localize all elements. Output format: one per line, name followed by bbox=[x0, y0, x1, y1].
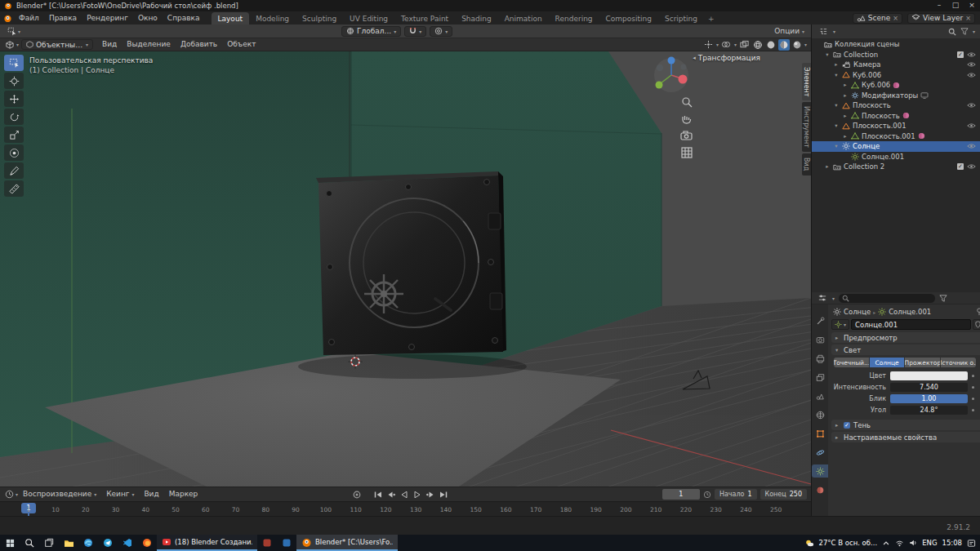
keyframe-dot[interactable] bbox=[972, 375, 974, 377]
keyframe-dot[interactable] bbox=[972, 386, 974, 389]
clock[interactable]: 15:08 bbox=[942, 539, 963, 547]
output-tab[interactable] bbox=[812, 352, 828, 365]
task-view-icon[interactable] bbox=[39, 535, 59, 551]
topbar-menu-item[interactable]: Правка bbox=[44, 12, 82, 24]
outliner-row[interactable]: Солнце.001 bbox=[812, 152, 980, 162]
volume-icon[interactable] bbox=[909, 539, 917, 547]
language-indicator[interactable]: ENG bbox=[922, 539, 937, 547]
outliner-row[interactable]: ▾Плоскость bbox=[812, 100, 980, 111]
n-panel-tab[interactable]: Элемент bbox=[802, 63, 811, 100]
app-blue-window-button[interactable] bbox=[277, 535, 296, 551]
collection-checkbox[interactable]: ✓ bbox=[957, 51, 964, 58]
outliner-row[interactable]: ▾Collection✓ bbox=[812, 50, 980, 60]
shadow-checkbox[interactable]: ✓ bbox=[844, 422, 850, 429]
close-button[interactable]: × bbox=[964, 0, 980, 11]
n-panel-tab[interactable]: Вид bbox=[802, 153, 811, 175]
timeline-editor-icon[interactable] bbox=[3, 489, 16, 500]
viewport-menu-item[interactable]: Объект bbox=[222, 38, 261, 51]
color-swatch[interactable] bbox=[890, 371, 968, 380]
shading-wireframe-icon[interactable] bbox=[752, 39, 764, 51]
data-name-field[interactable]: Солнце.001 bbox=[851, 319, 971, 330]
next-keyframe-button[interactable] bbox=[424, 489, 436, 500]
weather-icon[interactable] bbox=[804, 539, 814, 548]
move-tool[interactable] bbox=[4, 91, 24, 107]
outliner-row[interactable]: Коллекция сцены bbox=[812, 39, 980, 50]
edge-icon[interactable] bbox=[78, 535, 98, 551]
transform-orientation-dropdown[interactable]: Глобал... ▾ bbox=[341, 26, 401, 37]
overlays-toggle-icon[interactable] bbox=[720, 39, 733, 51]
options-dropdown[interactable]: Опции ▾ bbox=[774, 27, 804, 35]
topbar-menu-item[interactable]: Окно bbox=[133, 12, 163, 24]
eye-icon[interactable] bbox=[967, 61, 976, 68]
disclosure-triangle[interactable]: ▾ bbox=[833, 72, 840, 78]
tray-chevron-up-icon[interactable] bbox=[882, 540, 890, 547]
custom-props-panel-header[interactable]: ▸Настраиваемые свойства bbox=[831, 432, 980, 442]
timeline-menu-item[interactable]: Воспроизведение ▾ bbox=[18, 488, 101, 500]
scene-unlink-icon[interactable]: × bbox=[893, 15, 898, 22]
data-tab[interactable] bbox=[812, 464, 828, 478]
workspace-tab[interactable]: Rendering bbox=[549, 12, 599, 24]
transform-tool[interactable] bbox=[4, 144, 24, 161]
outliner-row[interactable]: ▸Модификаторы bbox=[812, 91, 980, 101]
timeline-menu-item[interactable]: Вид bbox=[139, 488, 163, 500]
workspace-tab[interactable]: Texture Paint bbox=[394, 12, 455, 24]
number-field[interactable]: 24.8° bbox=[890, 406, 968, 415]
outliner-row[interactable]: ▾Солнце bbox=[812, 141, 980, 152]
rotate-tool[interactable] bbox=[4, 109, 24, 125]
disclosure-triangle[interactable]: ▾ bbox=[833, 143, 840, 149]
scene-tab[interactable] bbox=[812, 389, 828, 402]
topbar-menu-item[interactable]: Справка bbox=[163, 12, 205, 24]
workspace-tab[interactable]: Compositing bbox=[599, 12, 658, 24]
n-panel-tab[interactable]: Инструмент bbox=[802, 102, 811, 152]
viewport-menu-item[interactable]: Добавить bbox=[176, 38, 222, 51]
number-field[interactable]: 7.540 bbox=[890, 383, 968, 392]
snap-dropdown[interactable]: ▾ bbox=[404, 26, 426, 37]
blender-menu-icon[interactable] bbox=[3, 14, 12, 23]
data-type-dropdown[interactable]: ▾ bbox=[831, 319, 849, 330]
outliner-filter-icon[interactable] bbox=[960, 28, 969, 35]
eye-icon[interactable] bbox=[967, 72, 976, 78]
browser-window-button[interactable]: (18) Blender Создани... bbox=[157, 535, 257, 551]
gizmo-y-axis[interactable] bbox=[656, 82, 663, 89]
object-tab[interactable] bbox=[812, 427, 828, 440]
jump-to-end-button[interactable] bbox=[437, 489, 449, 500]
outliner-search-icon[interactable] bbox=[948, 28, 956, 36]
physics-tab[interactable] bbox=[812, 446, 828, 459]
outliner-row[interactable]: ▾Куб.006 bbox=[812, 70, 980, 81]
outliner-row[interactable]: ▾Плоскость.001 bbox=[812, 121, 980, 131]
timeline-menu-item[interactable]: Кеинг ▾ bbox=[101, 488, 139, 500]
eye-icon[interactable] bbox=[967, 143, 976, 149]
maximize-button[interactable]: □ bbox=[947, 0, 964, 11]
vscode-icon[interactable] bbox=[118, 535, 137, 551]
jump-to-start-button[interactable] bbox=[372, 489, 384, 500]
safe-object[interactable] bbox=[298, 171, 527, 379]
scale-tool[interactable] bbox=[4, 127, 24, 143]
active-tool-icon[interactable] bbox=[6, 25, 18, 37]
cursor-tool[interactable] bbox=[4, 73, 24, 89]
fake-user-button[interactable] bbox=[973, 319, 980, 330]
light-type-button[interactable]: Солнце bbox=[870, 358, 905, 367]
breadcrumb-object[interactable]: Солнце bbox=[844, 308, 871, 316]
properties-filter-icon[interactable] bbox=[939, 295, 947, 302]
measure-tool[interactable] bbox=[4, 180, 24, 197]
view-layer-selector[interactable]: View Layer × bbox=[907, 13, 975, 24]
disclosure-triangle[interactable]: ▾ bbox=[833, 102, 840, 109]
material-tab[interactable] bbox=[812, 483, 828, 496]
outliner-row[interactable]: ▸Камера bbox=[812, 60, 980, 70]
shading-material-icon[interactable] bbox=[778, 39, 790, 51]
workspace-tab[interactable]: UV Editing bbox=[343, 12, 394, 24]
disclosure-triangle[interactable]: ▾ bbox=[824, 51, 831, 58]
eye-icon[interactable] bbox=[967, 102, 976, 109]
app-red-window-button[interactable] bbox=[257, 535, 277, 551]
disclosure-triangle[interactable]: ▸ bbox=[842, 82, 849, 88]
n-panel-collapsed[interactable]: ◂ Трансформация bbox=[693, 54, 760, 62]
workspace-tab[interactable]: Layout bbox=[212, 12, 250, 24]
light-panel-header[interactable]: ▾Свет bbox=[831, 344, 980, 355]
prev-keyframe-button[interactable] bbox=[385, 489, 397, 500]
workspace-tab[interactable]: Shading bbox=[455, 12, 498, 24]
annotate-tool[interactable] bbox=[4, 162, 24, 179]
frame-end-field[interactable]: Конец250 bbox=[760, 489, 807, 500]
editor-type-icon[interactable] bbox=[3, 39, 16, 51]
mode-dropdown[interactable]: Объектный режим ▾ bbox=[21, 39, 93, 50]
collection-checkbox[interactable]: ✓ bbox=[957, 163, 964, 170]
